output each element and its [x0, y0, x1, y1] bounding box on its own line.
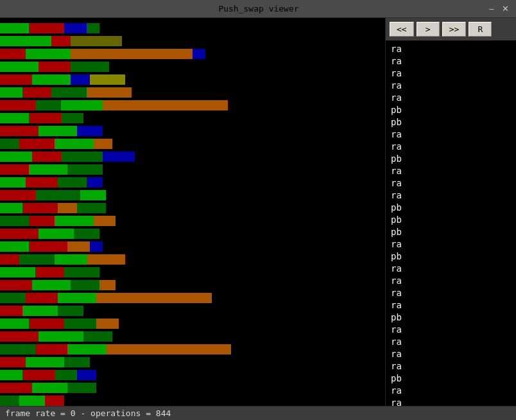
operation-item: ra: [391, 189, 511, 202]
operation-item: ra: [391, 165, 511, 177]
next-button[interactable]: >>: [442, 22, 467, 37]
operation-item: ra: [391, 348, 511, 360]
operation-item: pb: [391, 226, 511, 238]
main-content: << > >> R rararararapbpbrarapbrararapbpb…: [0, 18, 516, 406]
operation-item: ra: [391, 177, 511, 189]
prev-prev-button[interactable]: <<: [390, 22, 414, 37]
operation-item: ra: [391, 238, 511, 250]
right-panel: << > >> R rararararapbpbrarapbrararapbpb…: [385, 18, 516, 406]
operation-item: pb: [391, 116, 511, 128]
operation-item: pb: [391, 202, 511, 214]
operation-item: pb: [391, 372, 511, 385]
operation-item: ra: [391, 55, 511, 67]
titlebar: Push_swap viewer – ✕: [0, 0, 516, 18]
operation-item: ra: [391, 287, 511, 299]
operation-item: ra: [391, 397, 511, 406]
bars-canvas: [0, 18, 385, 406]
titlebar-controls: – ✕: [486, 4, 511, 14]
operation-item: ra: [391, 336, 511, 348]
operation-item: ra: [391, 263, 511, 275]
operation-item: ra: [391, 80, 511, 92]
operation-item: ra: [391, 275, 511, 287]
operation-item: ra: [391, 67, 511, 80]
close-button[interactable]: ✕: [501, 4, 511, 14]
operations-list: rararararapbpbrarapbrararapbpbpbrapbrara…: [386, 40, 516, 406]
status-text: frame rate = 0 - operations = 844: [5, 408, 171, 418]
operation-item: ra: [391, 360, 511, 372]
operation-item: ra: [391, 43, 511, 55]
window-title: Push_swap viewer: [218, 4, 298, 13]
prev-button[interactable]: >: [417, 22, 440, 37]
visualization-area: [0, 18, 385, 406]
operation-item: ra: [391, 385, 511, 397]
operation-item: pb: [391, 153, 511, 165]
operation-item: ra: [391, 92, 511, 104]
operation-item: pb: [391, 104, 511, 116]
reset-button[interactable]: R: [469, 22, 492, 37]
operation-item: ra: [391, 128, 511, 141]
operation-item: ra: [391, 141, 511, 153]
operation-item: ra: [391, 299, 511, 311]
operation-item: pb: [391, 214, 511, 226]
operation-item: ra: [391, 324, 511, 336]
statusbar: frame rate = 0 - operations = 844: [0, 406, 516, 420]
nav-buttons: << > >> R: [386, 18, 516, 40]
minimize-button[interactable]: –: [486, 4, 497, 14]
operation-item: pb: [391, 311, 511, 324]
operation-item: pb: [391, 250, 511, 263]
